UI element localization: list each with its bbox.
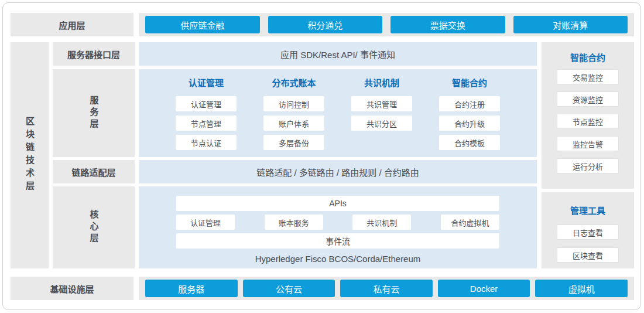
monitor-panel-header: 智能合约 xyxy=(570,51,605,63)
infra-button-docker: Docker xyxy=(438,280,530,297)
service-item: 节点认证 xyxy=(176,135,237,150)
service-item: 认证管理 xyxy=(176,96,237,111)
app-button-supply-chain-finance: 供应链金融 xyxy=(145,16,260,33)
apis-bar: APIs xyxy=(176,196,499,211)
service-layer-panel: 认证管理 认证管理 节点管理 节点认证 分布式账本 访问控制 账户体系 多层备份… xyxy=(139,69,537,157)
core-module: 认证管理 xyxy=(176,215,235,230)
service-layer-label: 服务层 xyxy=(88,96,100,131)
service-item: 合约升级 xyxy=(439,115,500,131)
monitor-item: 节点监控 xyxy=(557,114,619,129)
tech-layer-label: 区块链技术层 xyxy=(23,117,36,194)
service-column-consensus: 共识机制 共识管理 共识分区 xyxy=(351,69,412,157)
app-button-reconciliation: 对账清算 xyxy=(513,16,628,33)
tools-item: 日志查看 xyxy=(557,224,619,240)
tools-panel: 管理工具 日志查看 区块查看 xyxy=(542,192,634,268)
platforms-text: Hyperledger Fisco BCOS/Corda/Ethereum xyxy=(255,254,421,264)
tech-layer-strip: 区块链技术层 xyxy=(11,42,49,268)
core-layer-label-box: 核心层 xyxy=(53,186,135,268)
core-layer-panel: APIs 认证管理 账本服务 共识机制 合约虚拟机 事件流 Hyperledge… xyxy=(139,186,537,268)
service-item: 账户体系 xyxy=(263,115,324,131)
monitor-item: 交易监控 xyxy=(557,69,619,84)
app-layer-label: 应用层 xyxy=(11,13,133,36)
tools-panel-header: 管理工具 xyxy=(570,204,605,216)
service-item: 共识分区 xyxy=(351,115,412,131)
service-column-contract: 智能合约 合约注册 合约升级 合约模板 xyxy=(439,69,500,157)
service-item: 多层备份 xyxy=(263,135,324,150)
infra-button-public-cloud: 公有云 xyxy=(243,280,335,297)
monitor-item: 监控告警 xyxy=(557,136,619,151)
service-column-header: 认证管理 xyxy=(189,76,224,89)
infra-layer-label: 基础设施层 xyxy=(11,277,133,300)
service-column-header: 分布式账本 xyxy=(272,76,316,89)
infra-button-private-cloud: 私有云 xyxy=(340,280,433,297)
service-column-auth: 认证管理 认证管理 节点管理 节点认证 xyxy=(176,69,237,157)
monitor-item: 资源监控 xyxy=(557,91,619,107)
app-button-points-exchange: 积分通兑 xyxy=(268,16,383,33)
monitor-panel: 智能合约 交易监控 资源监控 节点监控 监控告警 运行分析 xyxy=(542,42,634,189)
monitor-items: 交易监控 资源监控 节点监控 监控告警 运行分析 xyxy=(557,69,619,173)
core-layer-label: 核心层 xyxy=(88,210,100,245)
core-modules-row: 认证管理 账本服务 共识机制 合约虚拟机 xyxy=(176,215,499,230)
infra-button-server: 服务器 xyxy=(145,280,238,297)
service-layer-label-box: 服务层 xyxy=(53,69,135,157)
service-item: 合约注册 xyxy=(439,96,500,111)
service-item: 访问控制 xyxy=(263,96,324,111)
service-item: 合约模板 xyxy=(439,135,500,150)
service-item: 节点管理 xyxy=(176,115,237,131)
service-column-ledger: 分布式账本 访问控制 账户体系 多层备份 xyxy=(263,69,324,157)
service-item: 共识管理 xyxy=(351,96,412,111)
app-layer-strip: 供应链金融 积分通兑 票据交换 对账清算 xyxy=(139,13,634,36)
service-column-header: 智能合约 xyxy=(452,76,487,89)
service-column-header: 共识机制 xyxy=(364,76,399,89)
tools-item: 区块查看 xyxy=(557,247,619,263)
app-button-bill-exchange: 票据交换 xyxy=(390,16,505,33)
core-module: 共识机制 xyxy=(352,215,411,230)
interface-layer-label: 服务器接口层 xyxy=(53,42,135,66)
sdk-api-bar: 应用 SDK/Rest API/ 事件通知 xyxy=(139,42,537,66)
infra-layer-strip: 服务器 公有云 私有云 Docker 虚拟机 xyxy=(139,277,634,300)
tools-items: 日志查看 区块查看 xyxy=(557,224,619,263)
core-module: 账本服务 xyxy=(265,215,323,230)
event-stream-bar: 事件流 xyxy=(176,233,499,249)
infra-button-vm: 虚拟机 xyxy=(535,280,628,297)
core-module: 合约虚拟机 xyxy=(441,215,499,230)
monitor-item: 运行分析 xyxy=(557,158,619,173)
link-adaptation-bar: 链路适配 / 多链路由 / 路由规则 / 合约路由 xyxy=(139,160,537,183)
link-layer-label: 链路适配层 xyxy=(53,160,135,183)
